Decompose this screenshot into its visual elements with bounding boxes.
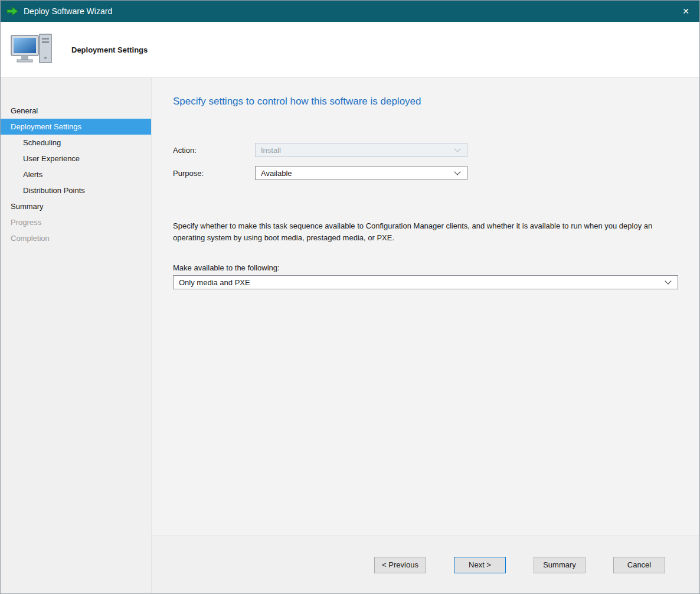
- action-select: Install: [255, 143, 467, 157]
- main-panel: Specify settings to control how this sof…: [152, 78, 699, 536]
- nav-item-completion: Completion: [1, 230, 151, 246]
- action-label: Action:: [173, 146, 255, 155]
- wizard-nav: General Deployment Settings Scheduling U…: [1, 78, 152, 593]
- purpose-select[interactable]: Available: [255, 166, 467, 180]
- summary-button[interactable]: Summary: [534, 557, 585, 573]
- action-row: Action: Install: [173, 143, 678, 157]
- page-title: Deployment Settings: [71, 45, 148, 54]
- nav-item-user-experience[interactable]: User Experience: [1, 151, 151, 167]
- close-button[interactable]: ✕: [672, 1, 699, 22]
- purpose-row: Purpose: Available: [173, 166, 678, 180]
- nav-item-progress: Progress: [1, 214, 151, 230]
- wizard-footer: < Previous Next > Summary Cancel: [152, 536, 699, 593]
- description-text: Specify whether to make this task sequen…: [173, 220, 658, 243]
- previous-button[interactable]: < Previous: [374, 557, 426, 573]
- make-available-label: Make available to the following:: [173, 263, 678, 272]
- action-value: Install: [261, 146, 455, 155]
- nav-item-deployment-settings[interactable]: Deployment Settings: [1, 119, 151, 135]
- nav-item-alerts[interactable]: Alerts: [1, 167, 151, 182]
- nav-item-general[interactable]: General: [1, 103, 151, 119]
- next-button[interactable]: Next >: [454, 557, 506, 573]
- chevron-down-icon: [665, 278, 671, 284]
- deploy-software-wizard-window: Deploy Software Wizard ✕: [0, 0, 700, 594]
- purpose-value: Available: [261, 169, 455, 178]
- wizard-header: Deployment Settings: [1, 22, 699, 78]
- deploy-arrow-icon: [6, 6, 18, 16]
- content-heading: Specify settings to control how this sof…: [173, 96, 678, 107]
- titlebar: Deploy Software Wizard ✕: [1, 1, 699, 22]
- computer-icon: [10, 31, 61, 68]
- window-title: Deploy Software Wizard: [24, 6, 112, 16]
- make-available-select[interactable]: Only media and PXE: [173, 275, 678, 289]
- cancel-button[interactable]: Cancel: [613, 557, 665, 573]
- nav-item-scheduling[interactable]: Scheduling: [1, 135, 151, 151]
- close-icon: ✕: [682, 6, 689, 16]
- nav-item-summary[interactable]: Summary: [1, 198, 151, 214]
- purpose-label: Purpose:: [173, 169, 255, 178]
- chevron-down-icon: [454, 145, 460, 152]
- content-pane: Specify settings to control how this sof…: [152, 78, 699, 593]
- make-available-value: Only media and PXE: [179, 278, 666, 287]
- wizard-body: General Deployment Settings Scheduling U…: [1, 78, 699, 593]
- chevron-down-icon: [454, 168, 460, 175]
- nav-item-distribution-points[interactable]: Distribution Points: [1, 182, 151, 198]
